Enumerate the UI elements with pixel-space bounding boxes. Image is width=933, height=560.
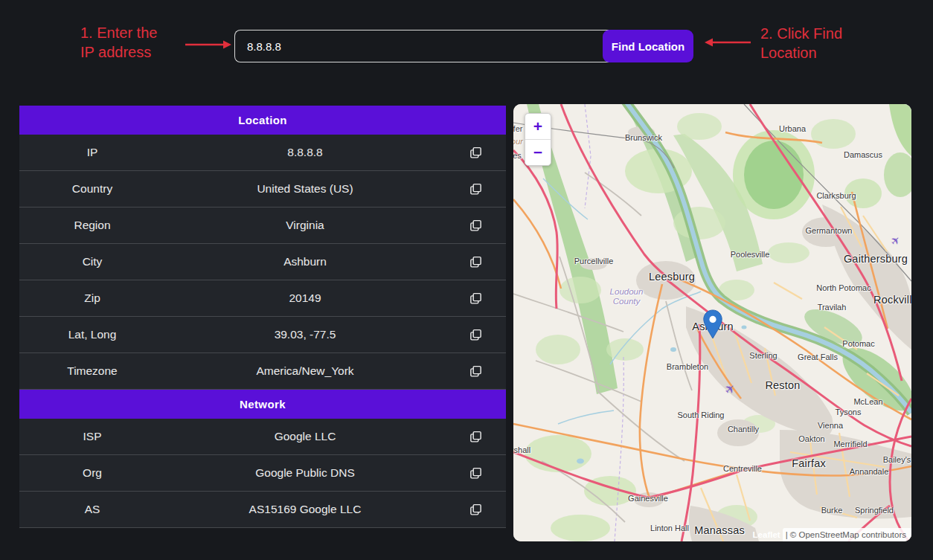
- step1-line2: IP address: [80, 42, 199, 62]
- arrow-right-icon: [185, 40, 232, 49]
- copy-button[interactable]: [445, 244, 506, 280]
- copy-button[interactable]: [445, 135, 506, 170]
- zoom-out-button[interactable]: −: [525, 139, 551, 165]
- copy-button[interactable]: [445, 492, 506, 527]
- step2-annotation: 2. Click Find Location: [760, 24, 887, 62]
- copy-icon: [469, 503, 483, 517]
- row-label: AS: [19, 503, 165, 516]
- row-label: Timezone: [19, 364, 165, 378]
- copy-button[interactable]: [445, 280, 506, 316]
- row-value: Google Public DNS: [165, 466, 445, 480]
- row-label: City: [19, 255, 165, 268]
- zoom-in-button[interactable]: +: [525, 114, 551, 139]
- row-label: ISP: [19, 430, 165, 443]
- step1-line1: 1. Enter the: [80, 23, 199, 42]
- osm-attribution-text: | © OpenStreetMap contributors: [783, 528, 911, 541]
- row-label: Region: [19, 219, 165, 232]
- map-zoom-control: + −: [525, 113, 551, 166]
- copy-icon: [469, 466, 483, 480]
- row-label: Country: [19, 182, 165, 196]
- table-row: ISPGoogle LLC: [19, 419, 506, 455]
- copy-icon: [469, 430, 483, 444]
- table-row: ASAS15169 Google LLC: [19, 492, 506, 528]
- step2-line1: 2. Click Find: [760, 24, 887, 43]
- copy-button[interactable]: [445, 353, 506, 389]
- copy-button[interactable]: [445, 317, 506, 353]
- arrow-left-icon: [704, 38, 751, 47]
- step1-annotation: 1. Enter the IP address: [80, 23, 199, 62]
- row-value: America/New_York: [165, 364, 445, 378]
- copy-icon: [469, 146, 483, 160]
- row-label: Lat, Long: [19, 328, 165, 341]
- table-row: RegionVirginia: [19, 207, 506, 244]
- table-row: OrgGoogle Public DNS: [19, 455, 506, 492]
- search-bar: Find Location: [234, 30, 693, 62]
- copy-icon: [469, 292, 483, 306]
- section-header: Location: [19, 106, 506, 135]
- copy-icon: [469, 328, 483, 342]
- row-value: 39.03, -77.5: [165, 328, 445, 341]
- copy-icon: [469, 219, 483, 233]
- copy-button[interactable]: [445, 455, 506, 491]
- table-row: IP8.8.8.8: [19, 135, 506, 171]
- copy-button[interactable]: [445, 207, 506, 243]
- map-marker[interactable]: [703, 309, 722, 339]
- ip-input[interactable]: [234, 30, 609, 62]
- table-row: TimezoneAmerica/New_York: [19, 353, 506, 390]
- copy-icon: [469, 182, 483, 196]
- table-row: Zip20149: [19, 280, 506, 317]
- row-value: Google LLC: [165, 430, 445, 443]
- table-row: Lat, Long39.03, -77.5: [19, 317, 506, 353]
- map-attribution: Leaflet | © OpenStreetMap contributors: [753, 528, 911, 541]
- row-label: Org: [19, 466, 165, 480]
- row-value: 8.8.8.8: [165, 146, 445, 159]
- row-value: AS15169 Google LLC: [165, 503, 445, 516]
- copy-icon: [469, 255, 483, 269]
- step2-line2: Location: [760, 43, 887, 62]
- row-value: 20149: [165, 292, 445, 305]
- copy-button[interactable]: [445, 419, 506, 454]
- row-value: Ashburn: [165, 255, 445, 268]
- copy-icon: [469, 364, 483, 379]
- ip-table: LocationIP8.8.8.8CountryUnited States (U…: [19, 106, 506, 528]
- row-label: Zip: [19, 292, 165, 305]
- row-value: Virginia: [165, 219, 445, 232]
- row-label: IP: [19, 146, 165, 159]
- section-header: Network: [19, 390, 506, 419]
- table-row: CountryUnited States (US): [19, 171, 506, 207]
- map-container[interactable]: ✈ ✈ LeesburgGaithersburgRockvilleRestonF…: [513, 104, 911, 541]
- find-location-button[interactable]: Find Location: [603, 30, 693, 62]
- table-row: CityAshburn: [19, 244, 506, 280]
- leaflet-link[interactable]: Leaflet: [753, 530, 780, 539]
- row-value: United States (US): [165, 182, 445, 196]
- copy-button[interactable]: [445, 171, 506, 207]
